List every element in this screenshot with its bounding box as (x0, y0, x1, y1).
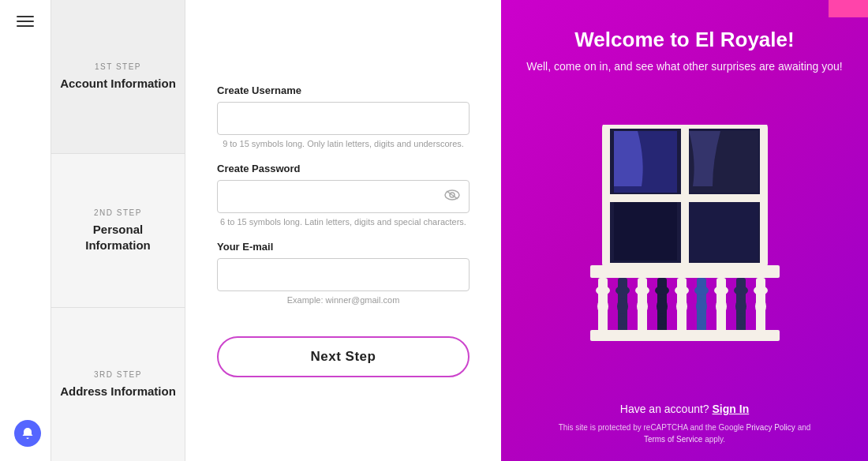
svg-point-37 (714, 286, 728, 295)
svg-point-47 (757, 316, 765, 325)
top-right-accent[interactable] (829, 0, 868, 17)
email-input[interactable] (217, 258, 470, 291)
svg-point-39 (717, 316, 725, 325)
username-hint: 9 to 15 symbols long. Only latin letters… (217, 139, 470, 148)
svg-point-45 (754, 286, 768, 295)
email-input-wrapper (217, 258, 470, 291)
svg-point-31 (678, 316, 686, 325)
password-group: Create Password 6 to 15 symbols long. La… (217, 163, 470, 227)
recaptcha-text: This site is protected by reCAPTCHA and … (525, 422, 844, 445)
step-1-title: Account Information (60, 76, 176, 92)
step-2[interactable]: 2ND STEP Personal Information (51, 154, 185, 308)
svg-point-13 (596, 286, 610, 295)
steps-sidebar: 1ST STEP Account Information 2ND STEP Pe… (51, 0, 185, 461)
svg-point-46 (755, 298, 766, 314)
hamburger-menu[interactable] (17, 16, 34, 27)
sign-in-link[interactable]: Sign In (713, 403, 750, 415)
bottom-section: Have an account? Sign In This site is pr… (525, 403, 844, 445)
step-3-number: 3RD STEP (94, 370, 142, 379)
baluster-1 (596, 278, 610, 333)
terms-link[interactable]: Terms of Service (644, 435, 702, 444)
svg-point-23 (638, 316, 646, 325)
username-input-wrapper (217, 102, 470, 135)
svg-point-21 (635, 286, 649, 295)
username-input[interactable] (217, 102, 470, 135)
step-3-title: Address Information (60, 384, 176, 399)
svg-point-33 (694, 286, 709, 295)
svg-point-43 (737, 316, 745, 325)
privacy-policy-link[interactable]: Privacy Policy (746, 423, 795, 432)
right-panel: Welcome to El Royale! Well, come on in, … (501, 0, 868, 461)
welcome-subtitle: Well, come on in, and see what other sur… (526, 58, 843, 75)
svg-rect-6 (606, 194, 764, 202)
step-3[interactable]: 3RD STEP Address Information (51, 308, 185, 461)
password-label: Create Password (217, 163, 470, 174)
svg-point-26 (657, 298, 668, 314)
svg-point-27 (658, 316, 666, 325)
svg-point-41 (734, 286, 748, 295)
email-group: Your E-mail Example: winner@gmail.com (217, 241, 470, 305)
svg-point-42 (735, 298, 746, 314)
eye-icon[interactable] (444, 189, 460, 204)
svg-point-38 (716, 298, 727, 314)
welcome-header: Welcome to El Royale! Well, come on in, … (526, 28, 843, 75)
svg-point-18 (617, 298, 628, 314)
step-1-number: 1ST STEP (95, 62, 141, 71)
svg-point-15 (599, 316, 607, 325)
email-label: Your E-mail (217, 241, 470, 253)
step-2-title: Personal Information (59, 222, 177, 253)
svg-point-14 (597, 298, 608, 314)
svg-rect-9 (614, 202, 677, 260)
form-area: Create Username 9 to 15 symbols long. On… (185, 0, 501, 461)
svg-rect-48 (590, 330, 780, 341)
username-label: Create Username (217, 84, 470, 96)
top-bar (0, 0, 51, 461)
svg-rect-11 (590, 265, 780, 278)
balcony-illustration (574, 125, 795, 354)
step-1[interactable]: 1ST STEP Account Information (51, 0, 185, 154)
password-input-wrapper (217, 180, 470, 213)
welcome-title: Welcome to El Royale! (574, 28, 794, 52)
username-group: Create Username 9 to 15 symbols long. On… (217, 84, 470, 148)
svg-point-19 (619, 316, 627, 325)
svg-rect-10 (689, 202, 758, 260)
password-hint: 6 to 15 symbols long. Latin letters, dig… (217, 217, 470, 227)
svg-point-17 (615, 286, 630, 295)
svg-point-34 (696, 298, 707, 314)
svg-point-30 (676, 298, 687, 314)
svg-point-29 (675, 286, 689, 295)
svg-point-25 (655, 286, 669, 295)
svg-point-22 (637, 298, 648, 314)
email-hint: Example: winner@gmail.com (217, 295, 470, 305)
next-step-button[interactable]: Next Step (217, 336, 470, 377)
svg-point-35 (698, 316, 705, 325)
step-2-number: 2ND STEP (94, 208, 142, 217)
password-input[interactable] (217, 180, 470, 213)
have-account-text: Have an account? Sign In (525, 403, 844, 415)
notification-bell[interactable] (14, 420, 41, 447)
